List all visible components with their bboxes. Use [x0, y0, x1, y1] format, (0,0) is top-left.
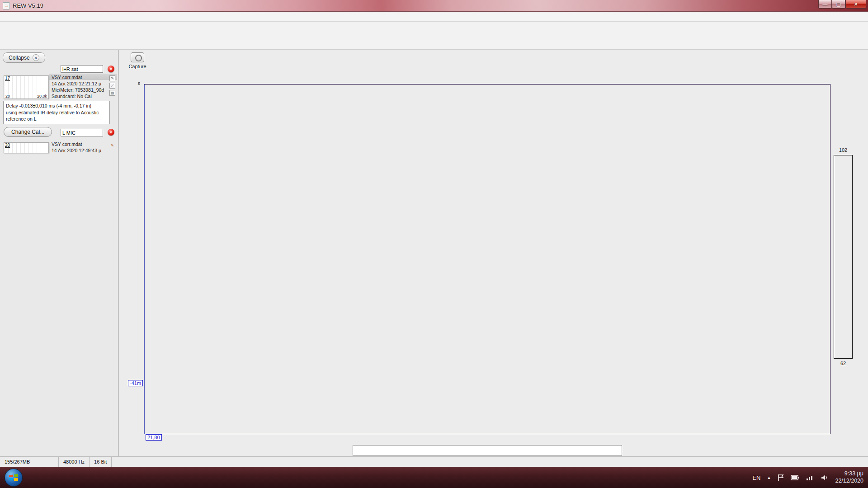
measurement-thumbnail[interactable]: 20 [4, 142, 49, 153]
measurement-date: 14 Δεκ 2020 12:49:43 μ [52, 148, 101, 154]
language-indicator[interactable]: EN [752, 474, 760, 481]
graph-legend [353, 445, 622, 456]
measurement-name-field[interactable] [61, 129, 103, 136]
measurement-sidebar: Collapse « ✕ 17 20 20,0k VSY corr.mdat [0, 50, 119, 456]
hidden-icons-arrow[interactable]: ▲ [767, 475, 771, 480]
spl-color-scale [834, 155, 853, 359]
notes-icon[interactable]: ▤ [109, 90, 115, 96]
toolbar [0, 22, 868, 50]
window-title: REW V5,19 [13, 2, 43, 9]
titlebar: ☕ REW V5,19 — ▢ ✕ [0, 0, 868, 12]
sample-rate-status: 48000 Hz [59, 457, 90, 467]
memory-status: 155/267MB [0, 457, 59, 467]
cursor-frequency-readout: 21,80 [146, 434, 162, 441]
color-scale-max: 102 [834, 147, 853, 153]
collapse-label: Collapse [9, 55, 30, 61]
measurement-number: 20 [5, 143, 10, 148]
thumb-axis-min: 20 [5, 94, 10, 99]
selected-measurement-panel[interactable]: 17 20 20,0k VSY corr.mdat 14 Δεκ 2020 12… [1, 74, 117, 141]
measurement-name-field[interactable] [61, 65, 103, 73]
graph-panel: Capture s 21,80 -41m 102 62 [120, 50, 868, 456]
thumb-axis-max: 20,0k [37, 94, 47, 99]
measurement-number: 17 [5, 76, 10, 81]
measurement-file: VSY corr.mdat [52, 141, 101, 148]
measurement-file: VSY corr.mdat [52, 75, 104, 81]
measurement-row-partial[interactable]: ✕ [1, 65, 117, 74]
start-button[interactable] [5, 469, 23, 487]
cursor-time-readout: -41m [128, 380, 143, 386]
color-scale-min: 62 [834, 361, 853, 366]
measurement-row-partial[interactable]: 20 VSY corr.mdat 14 Δεκ 2020 12:49:43 μ … [1, 141, 117, 162]
close-button[interactable]: ✕ [845, 0, 866, 9]
taskbar: EN ▲ 9:33 μμ 22/12/2020 [0, 467, 868, 488]
statusbar: 155/267MB 48000 Hz 16 Bit [0, 456, 868, 467]
time-axis-unit: s [138, 80, 141, 86]
trim-icon[interactable]: ⟋ [109, 83, 115, 89]
battery-icon[interactable] [791, 474, 800, 481]
screen: ☕ REW V5,19 — ▢ ✕ Collapse « ✕ [0, 0, 868, 488]
edit-icon[interactable]: ✎ [110, 143, 114, 148]
collapse-button[interactable]: Collapse « [3, 52, 45, 63]
change-cal-button[interactable]: Change Cal... [4, 127, 52, 137]
measurement-mic: Mic/Meter: 7053981_90d [52, 87, 104, 94]
frequency-axis [144, 435, 829, 442]
edit-icon[interactable]: ✎ [109, 75, 115, 81]
delete-measurement-icon[interactable]: ✕ [108, 66, 114, 72]
speaker-icon[interactable] [821, 474, 829, 481]
java-app-icon: ☕ [3, 2, 10, 9]
measurement-soundcard: Soundcard: No Cal [52, 94, 104, 100]
delete-measurement-icon[interactable]: ✕ [108, 129, 114, 136]
action-center-flag-icon[interactable] [777, 474, 784, 481]
minimize-button[interactable]: — [818, 0, 832, 9]
maximize-button[interactable]: ▢ [832, 0, 845, 9]
measurement-thumbnail[interactable]: 17 20 20,0k [4, 75, 49, 99]
measurement-date: 14 Δεκ 2020 12:21:12 μ [52, 81, 104, 87]
collapse-chevron-icon: « [33, 54, 39, 61]
menubar [0, 12, 868, 22]
clock-date: 22/12/2020 [835, 478, 863, 485]
measurement-info: VSY corr.mdat 14 Δεκ 2020 12:21:12 μ Mic… [52, 75, 104, 99]
windows-logo-icon [9, 473, 19, 483]
time-axis: s [120, 50, 143, 456]
bit-depth-status: 16 Bit [90, 457, 112, 467]
delay-info-box: Delay -0,013±0,010 ms (-4 mm, -0,17 in) … [3, 101, 110, 124]
taskbar-clock[interactable]: 9:33 μμ 22/12/2020 [835, 470, 863, 484]
network-signal-icon[interactable] [806, 474, 814, 481]
clock-time: 9:33 μμ [835, 470, 863, 478]
spectrogram-plot[interactable] [144, 84, 830, 434]
